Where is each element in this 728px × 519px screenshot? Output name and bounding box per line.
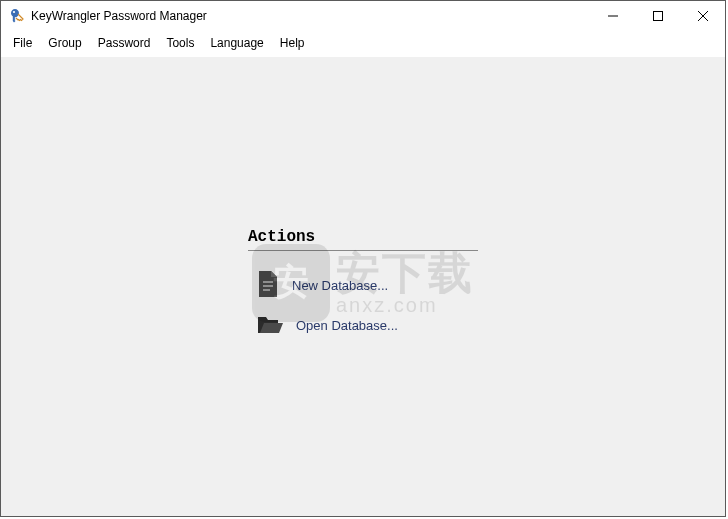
menu-tools[interactable]: Tools <box>158 34 202 52</box>
new-database-action[interactable]: New Database... <box>248 265 478 305</box>
menu-help[interactable]: Help <box>272 34 313 52</box>
file-icon <box>256 270 280 301</box>
svg-rect-2 <box>653 12 662 21</box>
client-area: 安 安下载 anxz.com Actions New <box>1 57 725 516</box>
menu-group[interactable]: Group <box>40 34 89 52</box>
menu-language[interactable]: Language <box>202 34 271 52</box>
minimize-button[interactable] <box>590 1 635 31</box>
menu-bar: File Group Password Tools Language Help <box>1 31 725 57</box>
open-database-action[interactable]: Open Database... <box>248 305 478 345</box>
app-window: KeyWrangler Password Manager File Group … <box>0 0 726 517</box>
title-bar: KeyWrangler Password Manager <box>1 1 725 31</box>
close-button[interactable] <box>680 1 725 31</box>
maximize-button[interactable] <box>635 1 680 31</box>
maximize-icon <box>653 11 663 21</box>
menu-password[interactable]: Password <box>90 34 159 52</box>
app-icon <box>9 8 25 24</box>
folder-open-icon <box>256 312 284 339</box>
open-database-label: Open Database... <box>296 318 398 333</box>
menu-file[interactable]: File <box>5 34 40 52</box>
minimize-icon <box>608 11 618 21</box>
actions-panel: Actions New Database... <box>248 228 478 345</box>
new-database-label: New Database... <box>292 278 388 293</box>
svg-point-0 <box>13 11 15 13</box>
close-icon <box>698 11 708 21</box>
window-title: KeyWrangler Password Manager <box>31 9 207 23</box>
actions-heading: Actions <box>248 228 478 251</box>
